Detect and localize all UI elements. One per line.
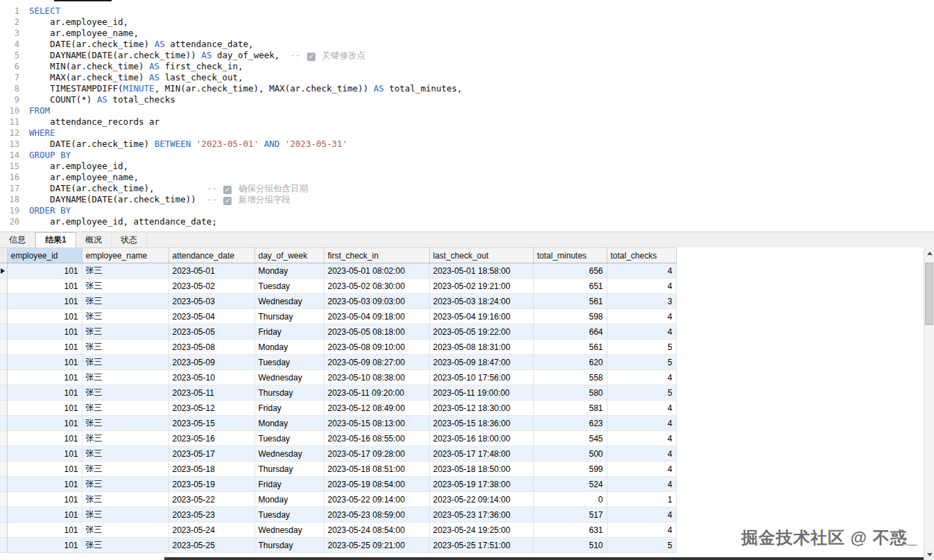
cell-attendance_date[interactable]: 2023-05-17 xyxy=(168,446,254,462)
cell-employee_id[interactable]: 101 xyxy=(7,309,82,324)
cell-employee_id[interactable]: 101 xyxy=(7,492,82,507)
row-indicator[interactable] xyxy=(0,324,7,340)
row-indicator[interactable] xyxy=(0,401,7,416)
cell-total_minutes[interactable]: 558 xyxy=(533,370,607,385)
cell-last_check_out[interactable]: 2023-05-03 18:24:00 xyxy=(429,294,533,309)
cell-last_check_out[interactable]: 2023-05-05 19:22:00 xyxy=(429,324,533,340)
row-indicator[interactable] xyxy=(0,507,7,523)
cell-total_minutes[interactable]: 561 xyxy=(533,340,607,355)
cell-day_of_week[interactable]: Monday xyxy=(254,492,324,507)
row-indicator[interactable] xyxy=(0,309,7,324)
cell-last_check_out[interactable]: 2023-05-25 17:51:00 xyxy=(429,538,533,553)
cell-day_of_week[interactable]: Wednesday xyxy=(254,294,324,309)
cell-employee_name[interactable]: 张三 xyxy=(82,477,168,492)
cell-last_check_out[interactable]: 2023-05-12 18:30:00 xyxy=(429,401,533,416)
column-header-first_check_in[interactable]: first_check_in xyxy=(324,248,429,263)
cell-day_of_week[interactable]: Thursday xyxy=(254,309,324,324)
cell-attendance_date[interactable]: 2023-05-24 xyxy=(168,523,254,538)
cell-employee_id[interactable]: 101 xyxy=(7,294,82,309)
row-indicator[interactable] xyxy=(0,446,7,462)
cell-attendance_date[interactable]: 2023-05-15 xyxy=(168,416,254,431)
column-header-day_of_week[interactable]: day_of_week xyxy=(254,248,324,263)
row-indicator[interactable] xyxy=(0,477,7,492)
column-header-total_checks[interactable]: total_checks xyxy=(607,248,676,263)
cell-first_check_in[interactable]: 2023-05-18 08:51:00 xyxy=(324,462,429,477)
cell-total_checks[interactable]: 5 xyxy=(607,538,676,553)
cell-day_of_week[interactable]: Wednesday xyxy=(254,523,324,538)
cell-total_checks[interactable]: 4 xyxy=(607,416,676,431)
cell-total_minutes[interactable]: 500 xyxy=(533,446,607,462)
tab-overview[interactable]: 概况 xyxy=(76,232,112,247)
cell-last_check_out[interactable]: 2023-05-11 19:00:00 xyxy=(429,385,533,401)
cell-first_check_in[interactable]: 2023-05-17 09:28:00 xyxy=(324,446,429,462)
cell-total_checks[interactable]: 4 xyxy=(607,370,676,385)
cell-attendance_date[interactable]: 2023-05-23 xyxy=(168,507,254,523)
cell-total_checks[interactable]: 4 xyxy=(607,263,676,279)
cell-first_check_in[interactable]: 2023-05-25 09:21:00 xyxy=(324,538,429,553)
cell-total_minutes[interactable]: 656 xyxy=(533,263,607,279)
cell-total_minutes[interactable]: 631 xyxy=(533,523,607,538)
cell-total_minutes[interactable]: 651 xyxy=(533,279,607,294)
cell-employee_name[interactable]: 张三 xyxy=(82,324,168,340)
cell-day_of_week[interactable]: Monday xyxy=(254,416,324,431)
cell-day_of_week[interactable]: Tuesday xyxy=(254,355,324,370)
cell-total_checks[interactable]: 4 xyxy=(607,431,676,446)
row-indicator[interactable] xyxy=(0,492,7,507)
cell-last_check_out[interactable]: 2023-05-19 17:38:00 xyxy=(429,477,533,492)
cell-last_check_out[interactable]: 2023-05-09 18:47:00 xyxy=(429,355,533,370)
column-header-attendance_date[interactable]: attendance_date xyxy=(168,248,254,263)
column-header-employee_id[interactable]: employee_id xyxy=(7,248,82,263)
cell-employee_id[interactable]: 101 xyxy=(7,446,82,462)
row-indicator[interactable] xyxy=(0,538,7,553)
cell-total_checks[interactable]: 3 xyxy=(607,294,676,309)
cell-last_check_out[interactable]: 2023-05-16 18:00:00 xyxy=(429,431,533,446)
cell-day_of_week[interactable]: Tuesday xyxy=(254,279,324,294)
cell-employee_id[interactable]: 101 xyxy=(7,401,82,416)
cell-day_of_week[interactable]: Wednesday xyxy=(254,446,324,462)
tab-status[interactable]: 状态 xyxy=(112,232,147,247)
cell-total_minutes[interactable]: 620 xyxy=(533,355,607,370)
cell-first_check_in[interactable]: 2023-05-12 08:49:00 xyxy=(324,401,429,416)
cell-employee_id[interactable]: 101 xyxy=(7,370,82,385)
cell-first_check_in[interactable]: 2023-05-09 08:27:00 xyxy=(324,355,429,370)
cell-last_check_out[interactable]: 2023-05-23 17:36:00 xyxy=(429,507,533,523)
cell-total_checks[interactable]: 4 xyxy=(607,523,676,538)
cell-employee_id[interactable]: 101 xyxy=(7,507,82,523)
cell-first_check_in[interactable]: 2023-05-01 08:02:00 xyxy=(324,263,429,279)
cell-last_check_out[interactable]: 2023-05-15 18:36:00 xyxy=(429,416,533,431)
cell-employee_id[interactable]: 101 xyxy=(7,340,82,355)
cell-day_of_week[interactable]: Monday xyxy=(254,263,324,279)
cell-first_check_in[interactable]: 2023-05-03 09:03:00 xyxy=(324,294,429,309)
cell-employee_id[interactable]: 101 xyxy=(7,462,82,477)
cell-employee_name[interactable]: 张三 xyxy=(82,507,168,523)
cell-first_check_in[interactable]: 2023-05-15 08:13:00 xyxy=(324,416,429,431)
cell-employee_name[interactable]: 张三 xyxy=(82,294,168,309)
tab-result-1[interactable]: 结果1 xyxy=(35,232,76,247)
cell-total_minutes[interactable]: 580 xyxy=(533,385,607,401)
cell-employee_id[interactable]: 101 xyxy=(7,263,82,279)
cell-employee_name[interactable]: 张三 xyxy=(82,416,168,431)
cell-employee_id[interactable]: 101 xyxy=(7,538,82,553)
cell-total_checks[interactable]: 4 xyxy=(607,507,676,523)
cell-last_check_out[interactable]: 2023-05-18 18:50:00 xyxy=(429,462,533,477)
sql-editor[interactable]: 1SELECT2 ar.employee_id,3 ar.employee_na… xyxy=(0,1,934,231)
cell-last_check_out[interactable]: 2023-05-01 18:58:00 xyxy=(429,263,533,279)
cell-first_check_in[interactable]: 2023-05-10 08:38:00 xyxy=(324,370,429,385)
column-header-last_check_out[interactable]: last_check_out xyxy=(429,248,533,263)
cell-attendance_date[interactable]: 2023-05-04 xyxy=(168,309,254,324)
row-indicator[interactable] xyxy=(0,462,7,477)
cell-total_minutes[interactable]: 599 xyxy=(533,462,607,477)
cell-total_minutes[interactable]: 623 xyxy=(533,416,607,431)
cell-employee_name[interactable]: 张三 xyxy=(82,401,168,416)
cell-attendance_date[interactable]: 2023-05-08 xyxy=(168,340,254,355)
cell-employee_id[interactable]: 101 xyxy=(7,477,82,492)
scroll-down-button[interactable] xyxy=(924,549,934,560)
cell-total_minutes[interactable]: 598 xyxy=(533,309,607,324)
cell-day_of_week[interactable]: Thursday xyxy=(254,538,324,553)
cell-employee_name[interactable]: 张三 xyxy=(82,279,168,294)
cell-first_check_in[interactable]: 2023-05-24 08:54:00 xyxy=(324,523,429,538)
cell-first_check_in[interactable]: 2023-05-19 08:54:00 xyxy=(324,477,429,492)
cell-employee_id[interactable]: 101 xyxy=(7,279,82,294)
row-indicator[interactable] xyxy=(0,416,7,431)
cell-total_checks[interactable]: 4 xyxy=(607,477,676,492)
